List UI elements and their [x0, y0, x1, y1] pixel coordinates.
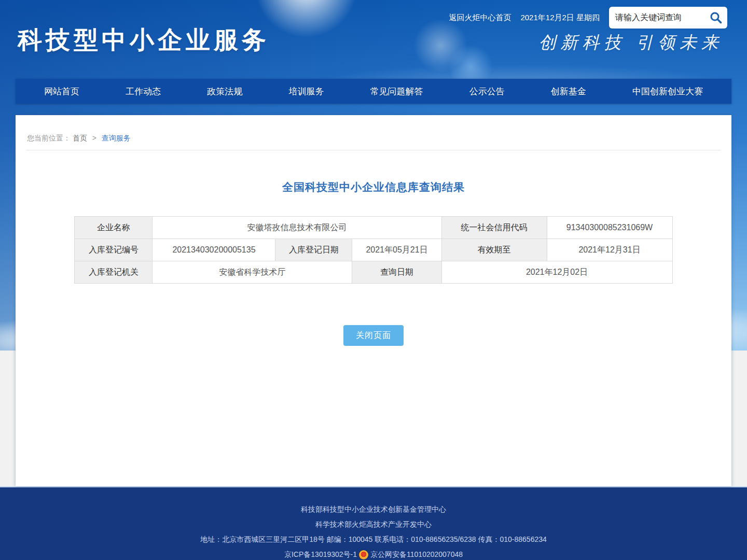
nav-item-5[interactable]: 常见问题解答 [370, 86, 423, 97]
credit-code-value: 91340300085231069W [547, 217, 672, 239]
nav-item-7[interactable]: 创新基金 [551, 86, 586, 97]
breadcrumb-separator: > [92, 134, 96, 142]
main-nav: 网站首页工作动态政策法规培训服务常见问题解答公示公告创新基金中国创新创业大赛 [16, 79, 731, 104]
reg-date-label: 入库登记日期 [275, 239, 352, 261]
site-header: 科技型中小企业服务 返回火炬中心首页 2021年12月2日 星期四 创新科技 引… [0, 0, 747, 79]
search-icon[interactable] [709, 10, 723, 25]
current-date-text: 2021年12月2日 星期四 [520, 13, 600, 23]
breadcrumb-divider [26, 150, 721, 150]
valid-until-label: 有效期至 [441, 239, 547, 261]
nav-item-4[interactable]: 培训服务 [288, 86, 324, 97]
valid-until-value: 2021年12月31日 [547, 239, 672, 261]
site-title: 科技型中小企业服务 [18, 24, 270, 57]
public-security-badge-icon [359, 550, 368, 559]
query-date-value: 2021年12月02日 [441, 261, 672, 284]
query-date-label: 查询日期 [352, 261, 441, 284]
icp-number-link[interactable]: 京ICP备13019302号-1 [284, 547, 357, 560]
footer-address-line: 地址：北京市西城区三里河二区甲18号 邮编：100045 联系电话：010-88… [0, 532, 747, 547]
search-box [609, 7, 727, 29]
footer-org-line-1: 科技部科技型中小企业技术创新基金管理中心 [0, 502, 747, 517]
page: 科技型中小企业服务 返回火炬中心首页 2021年12月2日 星期四 创新科技 引… [0, 0, 747, 560]
table-row: 企业名称 安徽塔孜信息技术有限公司 统一社会信用代码 9134030008523… [75, 217, 672, 239]
reg-authority-label: 入库登记机关 [75, 261, 153, 284]
footer-org-line-2: 科学技术部火炬高技术产业开发中心 [0, 517, 747, 532]
public-security-number-link[interactable]: 京公网安备11010202007048 [370, 547, 463, 560]
result-page-title: 全国科技型中小企业信息库查询结果 [16, 180, 731, 194]
nav-item-1[interactable]: 网站首页 [44, 86, 79, 97]
reg-number-value: 202134030200005135 [153, 239, 275, 261]
breadcrumb: 您当前位置： 首页 > 查询服务 [16, 115, 731, 143]
search-input[interactable] [615, 13, 709, 22]
content-panel: 您当前位置： 首页 > 查询服务 全国科技型中小企业信息库查询结果 企业名称 安… [16, 115, 731, 486]
slogan-text: 创新科技 引领未来 [539, 31, 724, 54]
credit-code-label: 统一社会信用代码 [441, 217, 547, 239]
breadcrumb-home-link[interactable]: 首页 [73, 134, 87, 142]
table-row: 入库登记编号 202134030200005135 入库登记日期 2021年05… [75, 239, 672, 261]
site-footer: 科技部科技型中小企业技术创新基金管理中心 科学技术部火炬高技术产业开发中心 地址… [0, 486, 747, 560]
breadcrumb-prefix: 您当前位置： [27, 134, 71, 142]
breadcrumb-current-link[interactable]: 查询服务 [102, 134, 131, 142]
close-page-button[interactable]: 关闭页面 [343, 325, 404, 346]
reg-number-label: 入库登记编号 [75, 239, 153, 261]
table-row: 入库登记机关 安徽省科学技术厅 查询日期 2021年12月02日 [75, 261, 672, 284]
header-top-bar: 返回火炬中心首页 2021年12月2日 星期四 [449, 7, 727, 29]
company-name-value: 安徽塔孜信息技术有限公司 [153, 217, 441, 239]
reg-date-value: 2021年05月21日 [352, 239, 441, 261]
result-table: 企业名称 安徽塔孜信息技术有限公司 统一社会信用代码 9134030008523… [74, 216, 672, 284]
back-to-torch-home-link[interactable]: 返回火炬中心首页 [449, 13, 511, 23]
nav-item-3[interactable]: 政策法规 [207, 86, 242, 97]
company-name-label: 企业名称 [75, 217, 153, 239]
footer-icp-line: 京ICP备13019302号-1 京公网安备11010202007048 [0, 547, 747, 560]
nav-item-6[interactable]: 公示公告 [469, 86, 505, 97]
reg-authority-value: 安徽省科学技术厅 [153, 261, 352, 284]
nav-item-2[interactable]: 工作动态 [126, 86, 161, 97]
nav-item-8[interactable]: 中国创新创业大赛 [632, 86, 703, 97]
